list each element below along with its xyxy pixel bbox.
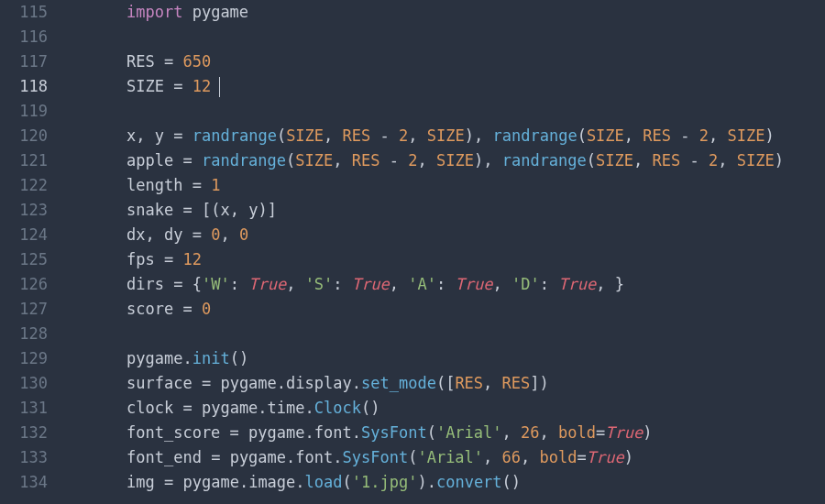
token-punct: ) xyxy=(643,423,652,442)
token-punct: { xyxy=(192,275,202,293)
token-punct: , xyxy=(540,423,549,442)
token-punct: , xyxy=(474,126,483,145)
token-punct: ) xyxy=(417,473,426,491)
token-func: randrange xyxy=(502,151,587,170)
line-number: 119 xyxy=(0,99,48,124)
token-bool: True xyxy=(587,448,624,466)
token-punct: , xyxy=(718,151,727,170)
token-ident: font xyxy=(295,448,333,466)
token-op: = xyxy=(202,374,211,392)
token-punct: , xyxy=(333,151,342,170)
token-op: = xyxy=(173,126,182,145)
token-punct: ( xyxy=(277,126,286,145)
token-num: 12 xyxy=(192,77,211,95)
code-line[interactable]: dirs = {'W': True, 'S': True, 'A': True,… xyxy=(64,272,825,297)
code-line[interactable] xyxy=(64,322,825,346)
token-ident: dy xyxy=(164,225,182,244)
token-punct: ( xyxy=(343,473,352,491)
token-func: set_mode xyxy=(361,374,436,392)
line-number: 125 xyxy=(0,247,48,272)
token-param: bold xyxy=(558,423,596,442)
token-ident: surface xyxy=(126,374,192,392)
code-line[interactable]: snake = [(x, y)] xyxy=(64,198,825,223)
token-punct: ) xyxy=(258,201,267,219)
token-str: 'D' xyxy=(512,275,540,293)
token-punct: , xyxy=(596,275,605,293)
token-op: = xyxy=(192,176,202,194)
line-number: 127 xyxy=(0,297,48,322)
token-ident: x xyxy=(126,126,136,145)
line-number: 122 xyxy=(0,173,48,198)
token-num: 2 xyxy=(699,126,709,145)
code-line[interactable]: x, y = randrange(SIZE, RES - 2, SIZE), r… xyxy=(64,124,825,148)
token-ident: SIZE xyxy=(126,77,164,95)
token-upper: SIZE xyxy=(295,151,333,170)
token-op: = xyxy=(164,473,173,491)
code-line[interactable]: clock = pygame.time.Clock() xyxy=(64,396,825,421)
token-func: SysFont xyxy=(343,448,409,466)
token-punct: , xyxy=(492,275,501,293)
code-line[interactable]: apple = randrange(SIZE, RES - 2, SIZE), … xyxy=(64,148,825,173)
token-upper: SIZE xyxy=(596,151,633,170)
code-line[interactable]: score = 0 xyxy=(64,297,825,322)
token-punct: , xyxy=(633,151,643,170)
code-line[interactable]: pygame.init() xyxy=(64,346,825,371)
token-punct: . xyxy=(239,473,248,491)
code-line[interactable]: length = 1 xyxy=(64,173,825,198)
code-line[interactable]: fps = 12 xyxy=(64,247,825,272)
token-op: = xyxy=(211,448,220,466)
line-number: 133 xyxy=(0,445,48,470)
code-line[interactable] xyxy=(64,25,825,49)
code-line[interactable]: SIZE = 12 xyxy=(64,74,825,99)
line-number-gutter: 1151161171181191201211221231241251261271… xyxy=(0,0,64,504)
token-ident: clock xyxy=(126,399,173,417)
token-punct: ( xyxy=(427,423,436,442)
token-punct: ) xyxy=(239,349,248,367)
token-punct: , xyxy=(502,423,512,442)
token-punct: , xyxy=(145,225,154,244)
token-op: = xyxy=(596,423,605,442)
token-punct: ( xyxy=(578,126,587,145)
token-punct: ) xyxy=(765,126,775,145)
line-number: 117 xyxy=(0,49,48,74)
token-str: 'S' xyxy=(305,275,334,293)
token-func: randrange xyxy=(493,126,578,145)
token-punct: . xyxy=(427,473,436,491)
token-func: SysFont xyxy=(361,423,427,442)
token-ident: score xyxy=(126,300,173,318)
code-line[interactable]: import pygame xyxy=(64,0,825,25)
line-number: 121 xyxy=(0,148,48,173)
token-op: - xyxy=(680,126,689,145)
code-line[interactable]: img = pygame.image.load('1.jpg').convert… xyxy=(64,470,825,495)
code-line[interactable] xyxy=(64,99,825,124)
code-editor-area[interactable]: import pygameRES = 650SIZE = 12x, y = ra… xyxy=(64,0,825,504)
token-punct: . xyxy=(352,374,361,392)
token-num: 0 xyxy=(202,300,211,318)
token-punct: ( xyxy=(230,349,239,367)
token-num: 2 xyxy=(709,151,718,170)
token-op: = xyxy=(164,52,173,71)
token-num: 2 xyxy=(399,126,408,145)
code-line[interactable]: font_score = pygame.font.SysFont('Arial'… xyxy=(64,421,825,445)
line-number: 115 xyxy=(0,0,48,25)
token-punct: , xyxy=(408,126,417,145)
token-punct: , xyxy=(230,201,239,219)
token-punct: ( xyxy=(408,448,417,466)
token-func: randrange xyxy=(202,151,286,170)
token-punct: . xyxy=(258,399,267,417)
code-line[interactable]: font_end = pygame.font.SysFont('Arial', … xyxy=(64,445,825,470)
line-number: 123 xyxy=(0,198,48,223)
token-num: 26 xyxy=(521,423,539,442)
token-str: '1.jpg' xyxy=(352,473,418,491)
code-line[interactable]: surface = pygame.display.set_mode([RES, … xyxy=(64,371,825,396)
token-func: Clock xyxy=(314,399,361,417)
token-punct: ) xyxy=(465,126,474,145)
code-line[interactable]: dx, dy = 0, 0 xyxy=(64,223,825,247)
token-punct: . xyxy=(305,423,314,442)
token-ident: fps xyxy=(126,250,155,268)
code-line[interactable]: RES = 650 xyxy=(64,49,825,74)
token-upper: RES xyxy=(352,151,380,170)
token-param: bold xyxy=(540,448,578,466)
token-op: = xyxy=(173,77,182,95)
token-ident: image xyxy=(248,473,295,491)
